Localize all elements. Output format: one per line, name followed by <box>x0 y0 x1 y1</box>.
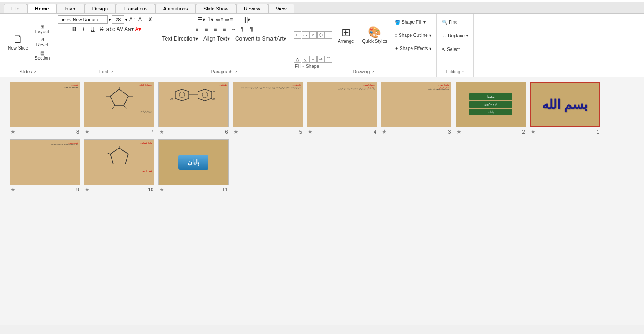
shape-effects-button[interactable]: ✦ Shape Effects▾ <box>392 42 434 55</box>
convert-smartart-button[interactable]: Convert to SmartArt▾ <box>233 35 288 43</box>
slide-thumb-2[interactable]: محتوا نتیجه‌گیری پایان <box>456 82 526 127</box>
strikethrough-button[interactable]: S <box>97 25 106 33</box>
new-slide-button[interactable]: 🗋 New Slide <box>5 30 31 55</box>
rtl-button[interactable]: ¶ <box>238 25 247 33</box>
shape-rect[interactable]: □ <box>294 31 301 39</box>
star-2[interactable]: ★ <box>456 128 461 135</box>
slide-item-1[interactable]: بسم الله ★ 1 <box>529 82 601 135</box>
slide-item-5[interactable]: قالب‌بندی... متن توضیحات مختلف در این اس… <box>232 82 304 135</box>
text-direction-button[interactable]: Text Direction▾ <box>160 35 200 43</box>
slide-thumb-3[interactable]: سایر داروهای ... آشنایی کاربران... متن ت… <box>381 82 451 127</box>
find-button[interactable]: 🔍 Find <box>440 15 460 28</box>
shape-rt[interactable]: ◺ <box>302 56 309 63</box>
underline-button[interactable]: U <box>88 25 96 33</box>
char-spacing-button[interactable]: AV <box>116 25 124 33</box>
slide-thumb-8[interactable]: نامه‌ای ... متن عربی فارسی... <box>10 82 80 127</box>
increase-font-button[interactable]: A↑ <box>128 15 136 24</box>
drawing-group-label[interactable]: Drawing ↗ <box>351 69 377 75</box>
line-spacing-button[interactable]: ↕ <box>234 15 242 24</box>
font-name-input[interactable] <box>58 15 108 24</box>
star-3[interactable]: ★ <box>382 128 387 135</box>
slides-group-label[interactable]: Slides ↗ <box>18 69 39 75</box>
decrease-font-button[interactable]: A↓ <box>137 15 145 24</box>
font-size-input[interactable] <box>112 15 124 24</box>
slide-item-9[interactable]: نامه‌ای دیگر... متن توضیحات مختلف در این… <box>9 139 81 193</box>
justify-button[interactable]: ≡ <box>220 25 228 33</box>
star-6[interactable]: ★ <box>159 128 164 135</box>
tab-review[interactable]: Review <box>236 4 268 13</box>
star-1[interactable]: ★ <box>531 128 536 135</box>
font-name-caret[interactable]: ▾ <box>109 18 111 22</box>
change-case-button[interactable]: Aa▾ <box>125 25 133 33</box>
paragraph-group-label[interactable]: Paragraph ↗ <box>209 69 239 75</box>
slide-item-6[interactable]: فلاونوئید... OH OH <box>158 82 229 135</box>
slide-thumb-9[interactable]: نامه‌ای دیگر... متن توضیحات مختلف در این… <box>10 139 80 185</box>
shape-hex[interactable]: ⬡ <box>317 31 325 39</box>
slide-item-10[interactable]: ساختار شیمیایی... شیمی داروها... ★ 10 <box>83 139 155 193</box>
slide-thumb-4[interactable]: داروهای گیاهی... متن قرمز... توضیحات بیش… <box>307 82 377 127</box>
slide-item-2[interactable]: محتوا نتیجه‌گیری پایان ★ 2 <box>455 82 527 135</box>
shape-outline-button[interactable]: □ Shape Outline▾ <box>392 29 434 41</box>
font-size-caret[interactable]: ▾ <box>125 18 127 22</box>
arrange-button[interactable]: ⊞ Arrange <box>335 15 357 55</box>
quick-styles-button[interactable]: 🎨 Quick Styles <box>359 15 391 55</box>
reset-button[interactable]: ↺ Reset <box>32 36 52 49</box>
tab-animations[interactable]: Animations <box>155 4 195 13</box>
section-button[interactable]: ▤ Section <box>32 49 52 62</box>
editing-group-label[interactable]: Editing ↑ <box>445 69 466 75</box>
tab-design[interactable]: Design <box>85 4 116 13</box>
slide-item-8[interactable]: نامه‌ای ... متن عربی فارسی... ★ 8 <box>9 82 81 135</box>
tab-transitions[interactable]: Transitions <box>116 4 155 13</box>
align-left-button[interactable]: ≡ <box>193 25 201 33</box>
star-8[interactable]: ★ <box>10 128 15 135</box>
select-button[interactable]: ↖ Select - <box>440 43 465 56</box>
font-color-button[interactable]: A▾ <box>134 25 142 33</box>
slides-panel[interactable]: نامه‌ای ... متن عربی فارسی... ★ 8 داروها… <box>0 77 644 325</box>
shape-more[interactable]: … <box>325 31 332 39</box>
ltr-button[interactable]: ¶ <box>248 25 256 33</box>
columns-button[interactable]: |||▾ <box>243 15 251 24</box>
align-text-button[interactable]: Align Text▾ <box>202 35 232 43</box>
slide-item-7[interactable]: داروهای ارگانیک... داروهای ارگانیک... <box>83 82 155 135</box>
star-11[interactable]: ★ <box>159 186 164 193</box>
slide-item-4[interactable]: داروهای گیاهی... متن قرمز... توضیحات بیش… <box>306 82 378 135</box>
star-7[interactable]: ★ <box>85 128 90 135</box>
shape-fill-button[interactable]: 🪣 Shape Fill▾ <box>392 15 434 28</box>
font-group-label[interactable]: Font ↗ <box>97 69 115 75</box>
shape-curve[interactable]: ⌒ <box>325 56 332 63</box>
star-4[interactable]: ★ <box>308 128 313 135</box>
shape-arrow1[interactable]: → <box>309 56 317 63</box>
shape-oval[interactable]: ○ <box>309 31 317 39</box>
align-right-button[interactable]: ≡ <box>211 25 219 33</box>
bold-button[interactable]: B <box>70 25 78 33</box>
slide-thumb-11[interactable]: پایان <box>158 139 229 185</box>
tab-file[interactable]: File <box>4 4 27 13</box>
tab-home[interactable]: Home <box>27 4 57 13</box>
shadow-button[interactable]: abc <box>106 25 115 33</box>
shape-tri[interactable]: △ <box>294 56 301 63</box>
decrease-indent-button[interactable]: ⇐≡ <box>216 15 224 24</box>
slide-thumb-1[interactable]: بسم الله <box>530 82 600 127</box>
slide-item-11[interactable]: پایان ★ 11 <box>158 139 229 193</box>
shape-arrow2[interactable]: ⇒ <box>317 56 325 63</box>
clear-format-button[interactable]: ✗ <box>146 15 154 24</box>
star-10[interactable]: ★ <box>85 186 90 193</box>
star-9[interactable]: ★ <box>10 186 15 193</box>
italic-button[interactable]: I <box>79 25 87 33</box>
increase-indent-button[interactable]: ⇒≡ <box>225 15 233 24</box>
slide-thumb-6[interactable]: فلاونوئید... OH OH <box>158 82 229 127</box>
slide-item-3[interactable]: سایر داروهای ... آشنایی کاربران... متن ت… <box>380 82 452 135</box>
tab-insert[interactable]: Insert <box>56 4 85 13</box>
slide-thumb-7[interactable]: داروهای ارگانیک... داروهای ارگانیک... <box>84 82 154 127</box>
text-direction-toggle[interactable]: ↔ <box>229 25 238 33</box>
slide-thumb-10[interactable]: ساختار شیمیایی... شیمی داروها... <box>84 139 154 185</box>
bullets-button[interactable]: ☰▾ <box>198 15 206 24</box>
tab-view[interactable]: View <box>268 4 294 13</box>
numbered-button[interactable]: 1▾ <box>207 15 215 24</box>
layout-button[interactable]: ⊞ Layout <box>32 23 52 36</box>
shape-rect2[interactable]: ▭ <box>302 31 309 39</box>
replace-button[interactable]: ↔ Replace▾ <box>440 29 471 42</box>
tab-slideshow[interactable]: Slide Show <box>196 4 236 13</box>
slide-thumb-5[interactable]: قالب‌بندی... متن توضیحات مختلف در این اس… <box>233 82 303 127</box>
align-center-button[interactable]: ≡ <box>202 25 210 33</box>
